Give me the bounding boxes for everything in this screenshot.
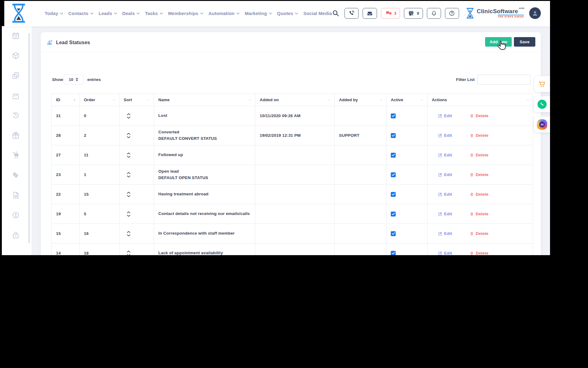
column-header[interactable]: Active ↑↓ (386, 94, 428, 106)
chevron-down-icon (127, 156, 130, 158)
sort-down-button[interactable] (127, 175, 130, 178)
page-size-select[interactable]: 10 (64, 75, 83, 84)
delete-link[interactable]: Delete (470, 113, 488, 118)
column-header[interactable]: Added on ↑↓ (255, 94, 335, 106)
nav-item[interactable]: Deals (122, 11, 140, 16)
sort-down-button[interactable] (127, 214, 130, 217)
avatar[interactable] (529, 7, 541, 19)
sort-up-button[interactable] (127, 113, 130, 116)
package-icon[interactable] (12, 52, 20, 60)
nav-item[interactable]: Quotes (277, 11, 298, 16)
sort-arrows-icon: ↑↓ (379, 98, 382, 102)
active-checkbox[interactable] (391, 153, 396, 158)
cell-actions: Edit Delete (428, 106, 533, 126)
sort-up-button[interactable] (127, 230, 130, 234)
sort-down-button[interactable] (127, 136, 130, 139)
edit-label: Edit (444, 192, 452, 197)
edit-link[interactable]: Edit (438, 153, 452, 157)
nav-item[interactable]: Tasks (145, 11, 163, 16)
cell-sort (119, 145, 154, 165)
gift-icon[interactable] (12, 131, 20, 140)
sort-up-button[interactable] (127, 191, 130, 194)
nav-item[interactable]: Memberships (168, 11, 203, 16)
edit-link[interactable]: Edit (438, 113, 452, 118)
column-header[interactable]: Order ↑↓ (80, 94, 119, 106)
sort-up-button[interactable] (127, 171, 130, 175)
sidebar-scrollbar[interactable] (28, 33, 30, 243)
locker-icon[interactable] (12, 231, 20, 239)
sort-down-button[interactable] (127, 194, 130, 198)
delete-link[interactable]: Delete (470, 133, 488, 138)
edit-link[interactable]: Edit (438, 192, 452, 197)
help-button[interactable] (445, 8, 459, 19)
nav-item[interactable]: Social Media (303, 11, 332, 16)
nav-item[interactable]: Today (45, 11, 63, 16)
column-header[interactable]: Actions ↑↓ (428, 94, 533, 106)
inbox-button[interactable] (363, 8, 377, 19)
account-icon[interactable] (12, 211, 20, 219)
history-icon[interactable] (12, 111, 20, 120)
edit-link[interactable]: Edit (438, 133, 452, 138)
edit-link[interactable]: Edit (438, 212, 452, 216)
edit-link[interactable]: Edit (438, 251, 452, 255)
column-header[interactable]: ID ↑↓ (52, 94, 80, 106)
active-checkbox[interactable] (391, 192, 396, 197)
cell-actions: Edit Delete (428, 204, 533, 224)
delete-link[interactable]: Delete (470, 231, 488, 236)
active-checkbox[interactable] (391, 251, 396, 255)
sort-up-button[interactable] (127, 211, 130, 214)
active-checkbox[interactable] (391, 231, 396, 236)
cell-name: Followed up (154, 145, 255, 165)
active-checkbox[interactable] (391, 133, 396, 138)
edit-link[interactable]: Edit (438, 172, 452, 177)
active-checkbox[interactable] (391, 212, 396, 217)
save-button[interactable]: Save (514, 37, 535, 47)
sort-down-button[interactable] (127, 253, 130, 255)
chevron-down-icon (200, 13, 203, 14)
calendar-icon[interactable]: 12 (12, 32, 20, 40)
chat-button[interactable]: 3 (381, 8, 400, 19)
active-checkbox[interactable] (391, 172, 396, 177)
column-header[interactable]: Name ↑↓ (154, 94, 255, 106)
nav-item[interactable]: Leads (99, 11, 117, 16)
delete-link[interactable]: Delete (470, 251, 488, 255)
sort-down-button[interactable] (127, 155, 130, 159)
delete-link[interactable]: Delete (470, 172, 488, 177)
nav-item[interactable]: Marketing (245, 11, 272, 16)
ai-float-button[interactable]: AI (534, 117, 550, 132)
copy-icon[interactable] (12, 71, 20, 80)
nav-item[interactable]: Automation (209, 11, 239, 16)
cell-actions: Edit Delete (428, 145, 533, 165)
tag-icon[interactable]: $ (12, 171, 20, 179)
delete-link[interactable]: Delete (470, 153, 488, 157)
whatsapp-float-button[interactable] (534, 96, 550, 112)
cart-icon[interactable] (12, 151, 20, 159)
sort-up-button[interactable] (127, 152, 130, 155)
bell-button[interactable] (427, 8, 441, 19)
cart-orange-float-button[interactable] (534, 76, 550, 92)
sort-down-button[interactable] (127, 116, 130, 119)
sort-down-button[interactable] (127, 234, 130, 237)
column-header[interactable]: Added by ↑↓ (335, 94, 386, 106)
trash-icon (470, 232, 474, 236)
delete-link[interactable]: Delete (470, 212, 488, 216)
shopping-bag-icon[interactable] (12, 91, 20, 100)
cell-actions: Edit Delete (428, 185, 533, 204)
chevron-down-icon (137, 13, 140, 14)
column-header[interactable]: Sort ↑↓ (119, 94, 154, 106)
search-icon[interactable] (332, 10, 339, 17)
phone-button[interactable] (345, 8, 359, 19)
app-logo-hourglass-icon[interactable] (10, 2, 27, 24)
nav-item[interactable]: Contacts (68, 11, 93, 16)
clinicsoftware-logo: ClinicSoftware.com TEN STEPS AHEAD (466, 7, 524, 19)
filter-input[interactable] (477, 75, 530, 85)
sort-up-button[interactable] (127, 132, 130, 136)
report-icon[interactable] (12, 191, 20, 199)
sort-up-button[interactable] (127, 250, 130, 253)
active-checkbox[interactable] (391, 113, 396, 118)
edit-link[interactable]: Edit (438, 231, 452, 236)
store-button[interactable]: 0 (404, 8, 423, 19)
edit-label: Edit (444, 231, 452, 236)
delete-link[interactable]: Delete (470, 192, 488, 197)
cart-orange-icon (538, 80, 546, 88)
